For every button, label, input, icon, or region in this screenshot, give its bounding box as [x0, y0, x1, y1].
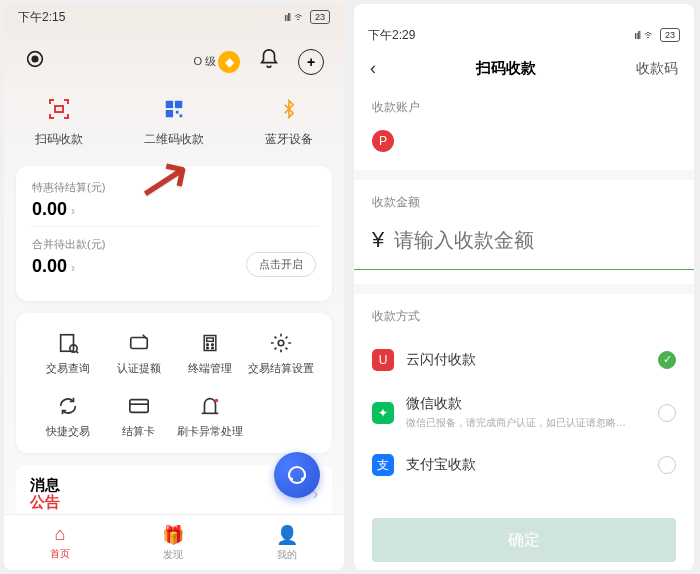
- battery-icon: 23: [660, 28, 680, 42]
- svg-point-20: [289, 467, 305, 483]
- status-bar: 下午2:15 ııll ᯤ 23: [4, 4, 344, 30]
- status-time: 下午2:29: [368, 27, 415, 44]
- svg-point-14: [211, 344, 213, 346]
- qrcode-icon: [160, 95, 188, 123]
- chevron-right-icon: ›: [71, 204, 75, 218]
- quick-actions: 扫码收款 二维码收款 蓝牙设备: [4, 85, 344, 166]
- menu-exception[interactable]: 刷卡异常处理: [174, 394, 245, 439]
- balance-a-label: 特惠待结算(元): [32, 180, 316, 195]
- person-icon: 👤: [276, 524, 298, 546]
- amount-section-label: 收款金额: [354, 180, 694, 217]
- wifi-icon: ᯤ: [644, 28, 656, 42]
- method-wechat[interactable]: ✦ 微信收款 微信已报备，请完成商户认证，如已认证请忽略…: [354, 383, 694, 442]
- radio-icon: [658, 404, 676, 422]
- menu-verify[interactable]: 认证提额: [103, 331, 174, 376]
- header: O 级 ◆ +: [4, 30, 344, 85]
- svg-rect-7: [179, 115, 182, 118]
- radio-selected-icon: [658, 351, 676, 369]
- bell-icon[interactable]: [258, 48, 280, 75]
- calculator-icon: [198, 331, 222, 355]
- refresh-icon: [56, 394, 80, 418]
- quick-scan[interactable]: 扫码收款: [35, 95, 83, 148]
- support-fab[interactable]: [274, 452, 320, 498]
- announce-line1: 消息: [30, 477, 60, 494]
- battery-icon: 23: [310, 10, 330, 24]
- svg-point-15: [206, 347, 208, 349]
- quick-label: 扫码收款: [35, 131, 83, 148]
- quick-bluetooth[interactable]: 蓝牙设备: [265, 95, 313, 148]
- divider: [30, 226, 318, 227]
- balance-card: 特惠待结算(元) 0.00› 合并待出款(元) 0.00› 点击开启: [16, 166, 332, 301]
- svg-point-19: [214, 399, 218, 403]
- balance-b-value[interactable]: 0.00›: [32, 256, 105, 277]
- confirm-button[interactable]: 确定: [372, 518, 676, 562]
- method-unionpay[interactable]: U 云闪付收款: [354, 337, 694, 383]
- menu-card: 交易查询 认证提额 终端管理 交易结算设置 快捷交易 结算卡: [16, 313, 332, 453]
- plus-icon[interactable]: +: [298, 49, 324, 75]
- account-section-label: 收款账户: [354, 93, 694, 122]
- unionpay-icon: U: [372, 349, 394, 371]
- menu-quicktx[interactable]: 快捷交易: [32, 394, 103, 439]
- account-row[interactable]: P: [354, 122, 694, 170]
- svg-point-1: [32, 56, 38, 62]
- svg-rect-2: [55, 106, 63, 112]
- back-icon[interactable]: ‹: [370, 58, 376, 79]
- gift-icon: 🎁: [162, 524, 184, 546]
- svg-rect-8: [60, 335, 73, 352]
- alert-icon: [198, 394, 222, 418]
- nav-home[interactable]: ⌂ 首页: [50, 524, 70, 561]
- svg-point-17: [278, 340, 284, 346]
- amount-input[interactable]: [394, 229, 676, 252]
- svg-point-13: [206, 344, 208, 346]
- svg-point-16: [211, 347, 213, 349]
- page-header: ‹ 扫码收款 收款码: [354, 48, 694, 93]
- nav-discover[interactable]: 🎁 发现: [162, 524, 184, 562]
- left-phone: 下午2:15 ııll ᯤ 23 O 级 ◆ + 扫码收款: [4, 4, 344, 570]
- location-icon[interactable]: [24, 48, 46, 75]
- divider: [354, 170, 694, 180]
- svg-rect-3: [166, 101, 173, 108]
- svg-rect-5: [166, 110, 173, 117]
- wechat-icon: ✦: [372, 402, 394, 424]
- amount-input-row: ¥: [354, 217, 694, 270]
- signal-icon: ııll: [634, 30, 640, 41]
- card-icon: [127, 394, 151, 418]
- svg-rect-4: [175, 101, 182, 108]
- radio-icon: [658, 456, 676, 474]
- menu-transactions[interactable]: 交易查询: [32, 331, 103, 376]
- quick-qrcode[interactable]: 二维码收款: [144, 95, 204, 148]
- right-phone: 下午2:29 ııll ᯤ 23 ‹ 扫码收款 收款码 收款账户 P 收款金额 …: [354, 4, 694, 570]
- signal-icon: ııll: [284, 12, 290, 23]
- page-title: 扫码收款: [476, 59, 536, 78]
- svg-rect-10: [130, 338, 147, 349]
- menu-card[interactable]: 结算卡: [103, 394, 174, 439]
- bottom-nav: ⌂ 首页 🎁 发现 👤 我的: [4, 514, 344, 570]
- home-icon: ⌂: [55, 524, 66, 545]
- alipay-icon: 支: [372, 454, 394, 476]
- menu-terminal[interactable]: 终端管理: [174, 331, 245, 376]
- balance-b-label: 合并待出款(元): [32, 237, 105, 252]
- diamond-icon: ◆: [218, 51, 240, 73]
- quick-label: 蓝牙设备: [265, 131, 313, 148]
- balance-a-value[interactable]: 0.00›: [32, 199, 316, 220]
- nav-me[interactable]: 👤 我的: [276, 524, 298, 562]
- menu-settlement-settings[interactable]: 交易结算设置: [245, 331, 316, 376]
- svg-rect-6: [176, 111, 179, 114]
- quick-label: 二维码收款: [144, 131, 204, 148]
- method-subtext: 微信已报备，请完成商户认证，如已认证请忽略…: [406, 416, 658, 430]
- status-time: 下午2:15: [18, 9, 65, 26]
- status-bar: 下午2:29 ııll ᯤ 23: [354, 22, 694, 48]
- toggle-button[interactable]: 点击开启: [246, 252, 316, 277]
- account-icon: P: [372, 130, 394, 152]
- announce-line2: 公告: [30, 494, 60, 511]
- yen-icon: ¥: [372, 227, 384, 253]
- chevron-right-icon: ›: [71, 261, 75, 275]
- svg-rect-12: [206, 338, 213, 341]
- vip-indicator[interactable]: O 级 ◆: [193, 51, 240, 73]
- svg-rect-18: [129, 400, 147, 413]
- search-doc-icon: [56, 331, 80, 355]
- payment-methods: U 云闪付收款 ✦ 微信收款 微信已报备，请完成商户认证，如已认证请忽略… 支 …: [354, 331, 694, 488]
- divider: [354, 284, 694, 294]
- qrcode-action[interactable]: 收款码: [636, 60, 678, 78]
- method-alipay[interactable]: 支 支付宝收款: [354, 442, 694, 488]
